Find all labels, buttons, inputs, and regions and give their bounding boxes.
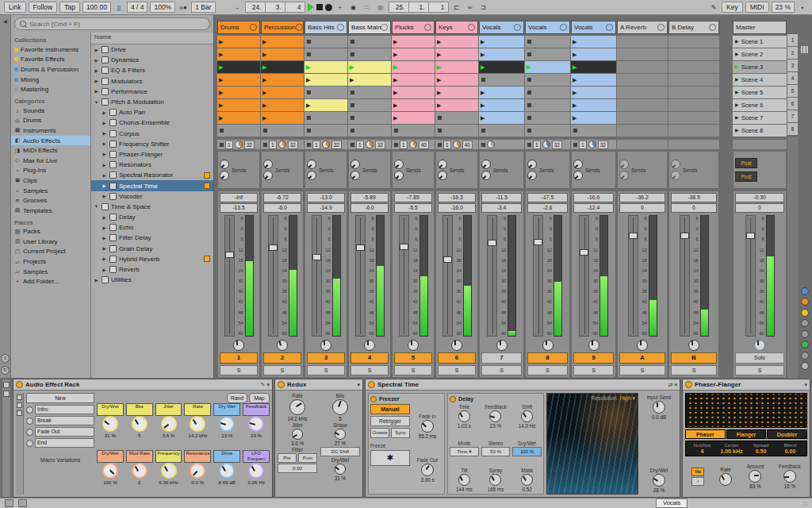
clip-slot[interactable] bbox=[525, 87, 570, 98]
phaser-rate-knob[interactable] bbox=[719, 473, 732, 486]
stop-button[interactable] bbox=[316, 4, 323, 10]
send-a-knob[interactable] bbox=[263, 160, 273, 169]
track-header[interactable]: A Reverb bbox=[617, 21, 668, 34]
track-header[interactable]: Vocals bbox=[525, 21, 570, 34]
sidebar-item-templates[interactable]: ▤Templates bbox=[11, 206, 90, 216]
disclosure-right-icon[interactable]: ▶ bbox=[102, 173, 107, 178]
browser-item-spectral-time[interactable]: ▶Spectral Time bbox=[91, 180, 213, 190]
browser-item-corpus[interactable]: ▶Corpus bbox=[91, 129, 213, 139]
clip-play-icon[interactable]: ▶ bbox=[262, 115, 266, 121]
time-knob[interactable] bbox=[458, 410, 470, 422]
send-a-knob[interactable] bbox=[438, 160, 447, 169]
send-a-knob[interactable] bbox=[573, 160, 583, 169]
clip-slot[interactable] bbox=[668, 112, 719, 124]
clip-length-value[interactable]: 32 bbox=[244, 140, 255, 149]
browser-item-eq-filters[interactable]: ▶EQ & Filters bbox=[91, 65, 213, 75]
clip-slot[interactable]: ▶ bbox=[435, 99, 478, 111]
clip-slot[interactable]: ▶ bbox=[261, 74, 304, 86]
scene-slot-7[interactable]: ▶Scene 7 bbox=[733, 112, 787, 124]
macro-name[interactable]: Dry Wet bbox=[213, 403, 240, 416]
macro-value[interactable]: 0.26 Hz bbox=[247, 479, 264, 485]
clip-play-icon[interactable]: ▶ bbox=[437, 102, 441, 108]
clip-slot[interactable]: ▶ bbox=[261, 36, 304, 48]
clip-stop-icon[interactable] bbox=[481, 129, 485, 133]
clip-stop-icon[interactable] bbox=[438, 129, 442, 133]
track-activator[interactable]: 9 bbox=[573, 352, 614, 364]
clip-play-icon[interactable]: ▶ bbox=[262, 52, 266, 57]
browser-item-modulators[interactable]: ▶Modulators bbox=[91, 76, 213, 87]
clip-play-icon[interactable]: ▶ bbox=[393, 90, 397, 95]
scene-play-icon[interactable]: ▶ bbox=[735, 102, 739, 108]
clip-slot[interactable]: ▶ bbox=[392, 87, 435, 98]
position-bars[interactable]: 24. bbox=[245, 2, 265, 13]
clip-length-value[interactable]: 32 bbox=[288, 140, 298, 149]
clip-stop-icon[interactable] bbox=[350, 116, 354, 120]
sidebar-item-drums-percussion[interactable]: Drums & Percussion bbox=[11, 64, 90, 75]
solo-button[interactable]: S bbox=[735, 365, 784, 375]
scene-slot-2[interactable]: ▶Scene 2 bbox=[733, 48, 787, 60]
fader-handle[interactable] bbox=[269, 244, 278, 251]
clip-play-icon[interactable]: ▶ bbox=[262, 90, 266, 95]
send-b-knob[interactable] bbox=[573, 171, 583, 180]
rack-power-icon[interactable] bbox=[16, 381, 23, 388]
clip-length-value[interactable]: 32 bbox=[331, 140, 342, 149]
rack-macro-view-icon[interactable] bbox=[17, 394, 22, 400]
send-b-knob[interactable] bbox=[527, 171, 537, 180]
clip-play-icon[interactable]: ▶ bbox=[437, 39, 441, 44]
clip-slot[interactable] bbox=[668, 125, 719, 137]
solo-button[interactable]: S bbox=[350, 365, 389, 375]
disclosure-right-icon[interactable]: ▶ bbox=[102, 225, 107, 230]
pan-knob[interactable] bbox=[277, 340, 288, 351]
param-value[interactable]: 165 ms bbox=[488, 487, 504, 492]
peak-level-value[interactable]: -36.2 bbox=[619, 193, 665, 202]
clip-slot[interactable] bbox=[348, 48, 391, 60]
sidebar-item-sounds[interactable]: ♪Sounds bbox=[11, 106, 90, 116]
fade-in-knob[interactable] bbox=[421, 420, 434, 433]
clip-slot[interactable]: ▶ bbox=[304, 99, 347, 111]
solo-button[interactable]: S bbox=[307, 365, 345, 375]
pan-knob[interactable] bbox=[408, 340, 419, 351]
volume-fader[interactable] bbox=[268, 215, 278, 337]
new-variation-button[interactable]: New bbox=[26, 393, 94, 403]
clip-slot[interactable] bbox=[668, 99, 719, 111]
disclosure-right-icon[interactable]: ▶ bbox=[102, 246, 107, 251]
view-toggle-crossfade[interactable] bbox=[801, 341, 809, 348]
track-stop-icon[interactable] bbox=[527, 143, 531, 147]
track-header[interactable]: Bass Hits bbox=[304, 21, 347, 34]
clip-slot[interactable]: ▶ bbox=[348, 74, 391, 86]
redux-power-icon[interactable] bbox=[278, 381, 285, 388]
disclosure-right-icon[interactable]: ▶ bbox=[102, 141, 107, 146]
param-value[interactable]: 1.03 s bbox=[458, 423, 471, 429]
clip-slot[interactable] bbox=[304, 87, 347, 98]
clip-playing-icon[interactable]: ▶ bbox=[262, 64, 266, 70]
browser-item-dynamics[interactable]: ▶Dynamics bbox=[91, 55, 213, 65]
volume-value[interactable]: -16.0 bbox=[438, 203, 476, 213]
clip-slot[interactable]: ▶ bbox=[217, 112, 260, 124]
fader-handle[interactable] bbox=[225, 252, 234, 258]
volume-fader[interactable] bbox=[579, 215, 589, 337]
launch-quantize-value[interactable]: 1 bbox=[269, 140, 277, 149]
clip-slot[interactable] bbox=[392, 125, 435, 137]
name-column-header[interactable]: Name bbox=[91, 33, 213, 44]
clip-stop-icon[interactable] bbox=[307, 129, 311, 133]
rate-sync-button[interactable]: ♪ bbox=[691, 477, 704, 486]
clip-stop-icon[interactable] bbox=[527, 78, 531, 82]
disclosure-right-icon[interactable]: ▶ bbox=[102, 152, 107, 156]
clip-slot[interactable]: ▶ bbox=[479, 36, 524, 48]
clip-slot[interactable]: ▶ bbox=[392, 48, 435, 60]
sidebar-item-current-project[interactable]: ▢Current Project bbox=[11, 247, 90, 257]
phaser-param-value-notches[interactable]: 4 bbox=[688, 448, 717, 454]
macro-name[interactable]: Jitter bbox=[155, 403, 182, 416]
clip-slot[interactable]: ▶ bbox=[435, 74, 478, 86]
clip-playing-icon[interactable]: ▶ bbox=[527, 64, 530, 70]
loop-start-sixteenths[interactable]: 1 bbox=[428, 2, 449, 13]
clip-slot[interactable]: ▶ bbox=[217, 48, 260, 60]
rack-chain-view-icon[interactable] bbox=[17, 402, 22, 408]
clip-slot[interactable] bbox=[304, 125, 347, 137]
clip-slot[interactable] bbox=[435, 112, 478, 124]
clip-slot[interactable]: ▶ bbox=[392, 36, 435, 48]
clip-slot[interactable] bbox=[348, 36, 391, 48]
scene-play-icon[interactable]: ▶ bbox=[735, 128, 739, 133]
track-header[interactable]: Drums bbox=[217, 21, 260, 34]
refresh-icon[interactable]: ↻ bbox=[1, 366, 10, 375]
